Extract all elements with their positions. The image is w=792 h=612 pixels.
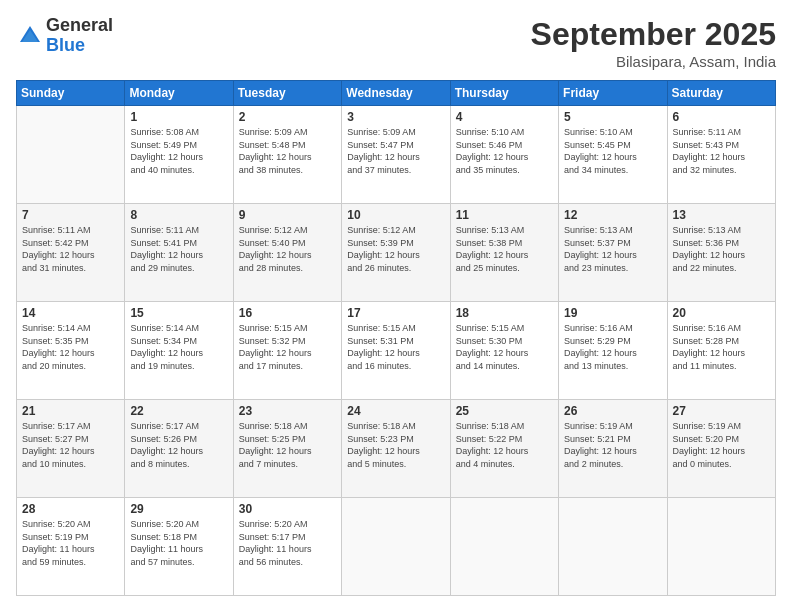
- day-number: 23: [239, 404, 336, 418]
- calendar-cell: 3Sunrise: 5:09 AMSunset: 5:47 PMDaylight…: [342, 106, 450, 204]
- day-info: Sunrise: 5:09 AMSunset: 5:48 PMDaylight:…: [239, 126, 336, 176]
- calendar-week-row: 28Sunrise: 5:20 AMSunset: 5:19 PMDayligh…: [17, 498, 776, 596]
- day-info: Sunrise: 5:18 AMSunset: 5:25 PMDaylight:…: [239, 420, 336, 470]
- calendar-cell: 8Sunrise: 5:11 AMSunset: 5:41 PMDaylight…: [125, 204, 233, 302]
- day-info: Sunrise: 5:18 AMSunset: 5:23 PMDaylight:…: [347, 420, 444, 470]
- calendar-cell: 7Sunrise: 5:11 AMSunset: 5:42 PMDaylight…: [17, 204, 125, 302]
- col-header-saturday: Saturday: [667, 81, 775, 106]
- calendar-week-row: 14Sunrise: 5:14 AMSunset: 5:35 PMDayligh…: [17, 302, 776, 400]
- day-info: Sunrise: 5:08 AMSunset: 5:49 PMDaylight:…: [130, 126, 227, 176]
- calendar-week-row: 1Sunrise: 5:08 AMSunset: 5:49 PMDaylight…: [17, 106, 776, 204]
- calendar-cell: 18Sunrise: 5:15 AMSunset: 5:30 PMDayligh…: [450, 302, 558, 400]
- calendar-cell: 29Sunrise: 5:20 AMSunset: 5:18 PMDayligh…: [125, 498, 233, 596]
- calendar-table: SundayMondayTuesdayWednesdayThursdayFrid…: [16, 80, 776, 596]
- col-header-friday: Friday: [559, 81, 667, 106]
- logo-text: General Blue: [46, 16, 113, 56]
- calendar-cell: [667, 498, 775, 596]
- day-info: Sunrise: 5:13 AMSunset: 5:38 PMDaylight:…: [456, 224, 553, 274]
- calendar-cell: 16Sunrise: 5:15 AMSunset: 5:32 PMDayligh…: [233, 302, 341, 400]
- day-number: 18: [456, 306, 553, 320]
- day-info: Sunrise: 5:11 AMSunset: 5:42 PMDaylight:…: [22, 224, 119, 274]
- calendar-cell: 25Sunrise: 5:18 AMSunset: 5:22 PMDayligh…: [450, 400, 558, 498]
- location: Bilasipara, Assam, India: [531, 53, 776, 70]
- day-number: 26: [564, 404, 661, 418]
- day-info: Sunrise: 5:16 AMSunset: 5:29 PMDaylight:…: [564, 322, 661, 372]
- day-info: Sunrise: 5:13 AMSunset: 5:36 PMDaylight:…: [673, 224, 770, 274]
- calendar-cell: 21Sunrise: 5:17 AMSunset: 5:27 PMDayligh…: [17, 400, 125, 498]
- day-number: 1: [130, 110, 227, 124]
- day-info: Sunrise: 5:17 AMSunset: 5:27 PMDaylight:…: [22, 420, 119, 470]
- calendar-cell: 2Sunrise: 5:09 AMSunset: 5:48 PMDaylight…: [233, 106, 341, 204]
- day-info: Sunrise: 5:15 AMSunset: 5:31 PMDaylight:…: [347, 322, 444, 372]
- day-number: 20: [673, 306, 770, 320]
- logo-blue: Blue: [46, 36, 113, 56]
- header: General Blue September 2025 Bilasipara, …: [16, 16, 776, 70]
- calendar-cell: [559, 498, 667, 596]
- day-number: 9: [239, 208, 336, 222]
- day-info: Sunrise: 5:14 AMSunset: 5:34 PMDaylight:…: [130, 322, 227, 372]
- day-info: Sunrise: 5:20 AMSunset: 5:18 PMDaylight:…: [130, 518, 227, 568]
- calendar-cell: [450, 498, 558, 596]
- day-number: 27: [673, 404, 770, 418]
- day-info: Sunrise: 5:19 AMSunset: 5:20 PMDaylight:…: [673, 420, 770, 470]
- day-info: Sunrise: 5:19 AMSunset: 5:21 PMDaylight:…: [564, 420, 661, 470]
- day-number: 2: [239, 110, 336, 124]
- day-info: Sunrise: 5:17 AMSunset: 5:26 PMDaylight:…: [130, 420, 227, 470]
- col-header-monday: Monday: [125, 81, 233, 106]
- calendar-cell: 24Sunrise: 5:18 AMSunset: 5:23 PMDayligh…: [342, 400, 450, 498]
- day-info: Sunrise: 5:15 AMSunset: 5:30 PMDaylight:…: [456, 322, 553, 372]
- day-number: 7: [22, 208, 119, 222]
- calendar-cell: 19Sunrise: 5:16 AMSunset: 5:29 PMDayligh…: [559, 302, 667, 400]
- day-number: 15: [130, 306, 227, 320]
- calendar-cell: 9Sunrise: 5:12 AMSunset: 5:40 PMDaylight…: [233, 204, 341, 302]
- calendar-cell: 20Sunrise: 5:16 AMSunset: 5:28 PMDayligh…: [667, 302, 775, 400]
- logo: General Blue: [16, 16, 113, 56]
- day-info: Sunrise: 5:09 AMSunset: 5:47 PMDaylight:…: [347, 126, 444, 176]
- day-number: 30: [239, 502, 336, 516]
- calendar-cell: 12Sunrise: 5:13 AMSunset: 5:37 PMDayligh…: [559, 204, 667, 302]
- calendar-cell: 5Sunrise: 5:10 AMSunset: 5:45 PMDaylight…: [559, 106, 667, 204]
- day-number: 11: [456, 208, 553, 222]
- calendar-cell: 6Sunrise: 5:11 AMSunset: 5:43 PMDaylight…: [667, 106, 775, 204]
- day-number: 22: [130, 404, 227, 418]
- day-number: 5: [564, 110, 661, 124]
- col-header-tuesday: Tuesday: [233, 81, 341, 106]
- day-info: Sunrise: 5:15 AMSunset: 5:32 PMDaylight:…: [239, 322, 336, 372]
- calendar-cell: 1Sunrise: 5:08 AMSunset: 5:49 PMDaylight…: [125, 106, 233, 204]
- calendar-cell: 26Sunrise: 5:19 AMSunset: 5:21 PMDayligh…: [559, 400, 667, 498]
- day-info: Sunrise: 5:10 AMSunset: 5:45 PMDaylight:…: [564, 126, 661, 176]
- calendar-cell: 11Sunrise: 5:13 AMSunset: 5:38 PMDayligh…: [450, 204, 558, 302]
- day-info: Sunrise: 5:11 AMSunset: 5:43 PMDaylight:…: [673, 126, 770, 176]
- col-header-sunday: Sunday: [17, 81, 125, 106]
- col-header-wednesday: Wednesday: [342, 81, 450, 106]
- calendar-header-row: SundayMondayTuesdayWednesdayThursdayFrid…: [17, 81, 776, 106]
- day-info: Sunrise: 5:16 AMSunset: 5:28 PMDaylight:…: [673, 322, 770, 372]
- logo-icon: [16, 22, 44, 50]
- day-number: 29: [130, 502, 227, 516]
- day-number: 17: [347, 306, 444, 320]
- day-number: 19: [564, 306, 661, 320]
- logo-general: General: [46, 16, 113, 36]
- day-info: Sunrise: 5:13 AMSunset: 5:37 PMDaylight:…: [564, 224, 661, 274]
- day-info: Sunrise: 5:11 AMSunset: 5:41 PMDaylight:…: [130, 224, 227, 274]
- calendar-cell: 22Sunrise: 5:17 AMSunset: 5:26 PMDayligh…: [125, 400, 233, 498]
- day-info: Sunrise: 5:20 AMSunset: 5:17 PMDaylight:…: [239, 518, 336, 568]
- calendar-cell: [342, 498, 450, 596]
- col-header-thursday: Thursday: [450, 81, 558, 106]
- calendar-cell: 4Sunrise: 5:10 AMSunset: 5:46 PMDaylight…: [450, 106, 558, 204]
- day-number: 21: [22, 404, 119, 418]
- day-info: Sunrise: 5:18 AMSunset: 5:22 PMDaylight:…: [456, 420, 553, 470]
- calendar-cell: 10Sunrise: 5:12 AMSunset: 5:39 PMDayligh…: [342, 204, 450, 302]
- day-number: 10: [347, 208, 444, 222]
- day-info: Sunrise: 5:20 AMSunset: 5:19 PMDaylight:…: [22, 518, 119, 568]
- title-block: September 2025 Bilasipara, Assam, India: [531, 16, 776, 70]
- calendar-cell: 14Sunrise: 5:14 AMSunset: 5:35 PMDayligh…: [17, 302, 125, 400]
- calendar-cell: [17, 106, 125, 204]
- day-info: Sunrise: 5:14 AMSunset: 5:35 PMDaylight:…: [22, 322, 119, 372]
- day-number: 16: [239, 306, 336, 320]
- calendar-cell: 27Sunrise: 5:19 AMSunset: 5:20 PMDayligh…: [667, 400, 775, 498]
- calendar-cell: 23Sunrise: 5:18 AMSunset: 5:25 PMDayligh…: [233, 400, 341, 498]
- day-number: 8: [130, 208, 227, 222]
- calendar-week-row: 7Sunrise: 5:11 AMSunset: 5:42 PMDaylight…: [17, 204, 776, 302]
- day-info: Sunrise: 5:12 AMSunset: 5:40 PMDaylight:…: [239, 224, 336, 274]
